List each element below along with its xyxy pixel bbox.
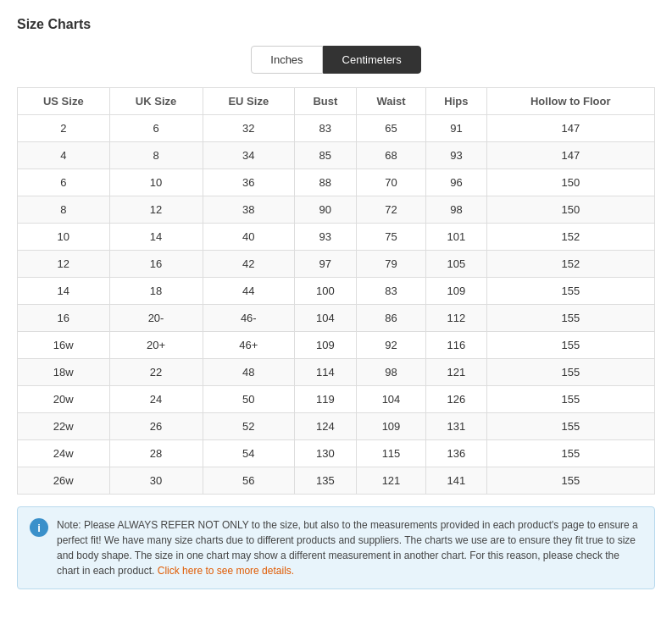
table-cell: 52 bbox=[203, 413, 295, 440]
tab-inches[interactable]: Inches bbox=[251, 46, 322, 74]
table-cell: 109 bbox=[426, 278, 486, 305]
table-cell: 16 bbox=[109, 251, 203, 278]
table-cell: 8 bbox=[109, 142, 203, 169]
table-cell: 20w bbox=[18, 386, 110, 413]
table-cell: 12 bbox=[18, 251, 110, 278]
table-cell: 98 bbox=[356, 359, 426, 386]
table-cell: 155 bbox=[486, 278, 654, 305]
table-cell: 2 bbox=[18, 115, 110, 142]
table-cell: 46+ bbox=[203, 332, 295, 359]
note-box: i Note: Please ALWAYS REFER NOT ONLY to … bbox=[17, 506, 655, 589]
table-cell: 105 bbox=[426, 251, 486, 278]
table-cell: 72 bbox=[356, 196, 426, 224]
table-cell: 86 bbox=[356, 305, 426, 332]
table-cell: 6 bbox=[109, 115, 203, 142]
table-cell: 141 bbox=[426, 467, 486, 495]
table-cell: 24w bbox=[18, 440, 110, 467]
table-row: 2632836591147 bbox=[18, 115, 655, 142]
table-cell: 20+ bbox=[109, 332, 203, 359]
table-cell: 26w bbox=[18, 467, 110, 495]
table-cell: 126 bbox=[426, 386, 486, 413]
table-cell: 32 bbox=[203, 115, 295, 142]
note-text: Note: Please ALWAYS REFER NOT ONLY to th… bbox=[57, 517, 642, 578]
col-header-eu-size: EU Size bbox=[203, 88, 295, 115]
table-row: 1014409375101152 bbox=[18, 224, 655, 251]
table-cell: 131 bbox=[426, 413, 486, 440]
table-cell: 75 bbox=[356, 224, 426, 251]
table-cell: 114 bbox=[295, 359, 357, 386]
col-header-us-size: US Size bbox=[18, 88, 110, 115]
tab-container: Inches Centimeters bbox=[17, 46, 655, 74]
table-cell: 12 bbox=[109, 196, 203, 224]
table-cell: 79 bbox=[356, 251, 426, 278]
note-body: Note: Please ALWAYS REFER NOT ONLY to th… bbox=[57, 519, 638, 577]
note-link[interactable]: Click here to see more details. bbox=[158, 565, 294, 577]
table-cell: 8 bbox=[18, 196, 110, 224]
tab-centimeters[interactable]: Centimeters bbox=[323, 46, 421, 74]
table-cell: 90 bbox=[295, 196, 357, 224]
table-cell: 116 bbox=[426, 332, 486, 359]
table-cell: 155 bbox=[486, 413, 654, 440]
table-row: 1216429779105152 bbox=[18, 251, 655, 278]
table-cell: 24 bbox=[109, 386, 203, 413]
table-cell: 36 bbox=[203, 169, 295, 196]
info-icon: i bbox=[30, 518, 48, 537]
table-cell: 10 bbox=[109, 169, 203, 196]
table-cell: 152 bbox=[486, 251, 654, 278]
table-cell: 96 bbox=[426, 169, 486, 196]
table-cell: 104 bbox=[295, 305, 357, 332]
table-cell: 42 bbox=[203, 251, 295, 278]
table-cell: 112 bbox=[426, 305, 486, 332]
table-cell: 152 bbox=[486, 224, 654, 251]
table-row: 1620-46-10486112155 bbox=[18, 305, 655, 332]
col-header-bust: Bust bbox=[295, 88, 357, 115]
table-cell: 130 bbox=[295, 440, 357, 467]
table-cell: 104 bbox=[356, 386, 426, 413]
col-header-hips: Hips bbox=[426, 88, 486, 115]
table-row: 81238907298150 bbox=[18, 196, 655, 224]
table-cell: 56 bbox=[203, 467, 295, 495]
table-cell: 124 bbox=[295, 413, 357, 440]
page-wrapper: Size Charts Inches Centimeters US Size U… bbox=[0, 0, 672, 630]
table-cell: 150 bbox=[486, 196, 654, 224]
table-cell: 93 bbox=[295, 224, 357, 251]
table-cell: 85 bbox=[295, 142, 357, 169]
table-row: 18w224811498121155 bbox=[18, 359, 655, 386]
table-cell: 88 bbox=[295, 169, 357, 196]
table-cell: 119 bbox=[295, 386, 357, 413]
table-cell: 155 bbox=[486, 386, 654, 413]
table-cell: 38 bbox=[203, 196, 295, 224]
table-cell: 147 bbox=[486, 142, 654, 169]
table-cell: 83 bbox=[356, 278, 426, 305]
table-cell: 6 bbox=[18, 169, 110, 196]
table-row: 26w3056135121141155 bbox=[18, 467, 655, 495]
table-cell: 155 bbox=[486, 359, 654, 386]
col-header-uk-size: UK Size bbox=[109, 88, 203, 115]
table-cell: 150 bbox=[486, 169, 654, 196]
table-row: 16w20+46+10992116155 bbox=[18, 332, 655, 359]
table-row: 24w2854130115136155 bbox=[18, 440, 655, 467]
table-cell: 48 bbox=[203, 359, 295, 386]
table-cell: 20- bbox=[109, 305, 203, 332]
table-cell: 98 bbox=[426, 196, 486, 224]
col-header-waist: Waist bbox=[356, 88, 426, 115]
table-cell: 121 bbox=[426, 359, 486, 386]
table-cell: 100 bbox=[295, 278, 357, 305]
table-cell: 101 bbox=[426, 224, 486, 251]
table-cell: 46- bbox=[203, 305, 295, 332]
table-cell: 97 bbox=[295, 251, 357, 278]
table-cell: 34 bbox=[203, 142, 295, 169]
table-cell: 28 bbox=[109, 440, 203, 467]
table-cell: 115 bbox=[356, 440, 426, 467]
table-cell: 14 bbox=[18, 278, 110, 305]
size-table: US Size UK Size EU Size Bust Waist Hips … bbox=[17, 87, 655, 495]
table-cell: 40 bbox=[203, 224, 295, 251]
table-cell: 109 bbox=[356, 413, 426, 440]
table-cell: 18 bbox=[109, 278, 203, 305]
table-cell: 155 bbox=[486, 440, 654, 467]
table-header-row: US Size UK Size EU Size Bust Waist Hips … bbox=[18, 88, 655, 115]
table-cell: 65 bbox=[356, 115, 426, 142]
table-cell: 136 bbox=[426, 440, 486, 467]
table-cell: 14 bbox=[109, 224, 203, 251]
table-row: 22w2652124109131155 bbox=[18, 413, 655, 440]
